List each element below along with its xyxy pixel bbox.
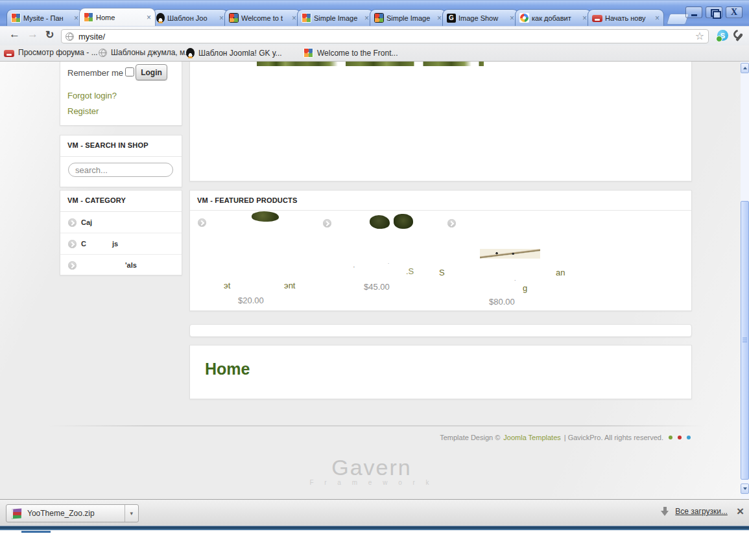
browser-tab[interactable]: Image Show × — [442, 9, 519, 26]
forgot-login-link[interactable]: Forgot login? — [67, 91, 117, 100]
product-name-fragment: S — [439, 268, 445, 277]
bookmark-item[interactable]: Шаблоны джумла, м... — [99, 48, 191, 57]
product-name-fragment: g — [523, 283, 527, 293]
circle-arrow-icon — [68, 240, 77, 248]
bookmark-label: Шаблоны джумла, м... — [111, 48, 191, 57]
browser-tab[interactable]: Welcome to t × — [224, 9, 301, 26]
product-image[interactable] — [394, 214, 413, 229]
scrollbar-grip — [743, 338, 747, 343]
register-link[interactable]: Register — [67, 106, 99, 116]
bookmark-item[interactable]: Welcome to the Front... — [303, 48, 398, 58]
tab-label: Image Show — [458, 14, 507, 22]
remember-me-checkbox[interactable] — [125, 67, 134, 76]
back-button[interactable]: ← — [9, 28, 20, 41]
shop-search-input[interactable] — [68, 163, 173, 177]
tab-close-icon[interactable]: × — [510, 15, 514, 21]
tab-close-icon[interactable]: × — [147, 14, 151, 21]
window-controls: X — [685, 6, 743, 18]
address-bar[interactable]: ☆ — [61, 29, 709, 43]
all-downloads-link[interactable]: Все загрузки... — [675, 507, 728, 516]
tab-close-icon[interactable]: × — [364, 15, 369, 21]
product-image[interactable] — [252, 211, 279, 222]
circle-arrow-icon[interactable] — [198, 218, 206, 227]
login-module: Remember me Login Forgot login? Register — [60, 62, 182, 126]
scroll-up-button[interactable] — [741, 63, 749, 73]
tab-close-icon[interactable]: × — [582, 15, 587, 21]
scrollbar-thumb[interactable] — [741, 201, 749, 480]
green-dot-icon — [669, 436, 672, 439]
joomla-templates-link[interactable]: Joomla Templates — [503, 434, 560, 441]
globe-icon — [65, 32, 74, 41]
download-shelf-actions: Все загрузки... × — [661, 506, 744, 517]
globe-icon — [99, 49, 107, 57]
arrow-down-icon — [743, 487, 747, 490]
tab-label: Mysite - Пан — [23, 14, 71, 22]
joomla-dark-icon — [229, 13, 239, 23]
desktop-artifact — [21, 531, 51, 533]
restore-button[interactable] — [706, 6, 722, 18]
tab-close-icon[interactable]: × — [292, 15, 296, 21]
browser-tab[interactable]: как добавит × — [515, 9, 591, 26]
bookmark-star-icon[interactable]: ☆ — [695, 31, 704, 41]
browser-window: Mysite - Пан × Home × Шаблон Joo × Welco… — [0, 0, 749, 560]
footer-divider — [49, 425, 704, 426]
scroll-down-button[interactable] — [741, 484, 749, 494]
browser-tab[interactable]: Шаблон Joo × — [152, 9, 228, 26]
tab-label: Welcome to t — [241, 14, 289, 22]
divider — [60, 156, 182, 157]
reload-button[interactable]: ↻ — [45, 29, 54, 41]
circle-arrow-icon[interactable] — [447, 219, 456, 228]
forward-button[interactable]: → — [27, 28, 38, 41]
bookmark-label: Шаблон Joomla! GK у... — [198, 49, 282, 58]
product-name-fragment: . — [514, 275, 516, 282]
download-menu-caret[interactable]: ▾ — [125, 505, 133, 522]
gavern-logo-subtext: F r a m e w o r k — [300, 479, 443, 486]
browser-tab[interactable]: Начать нову × — [588, 9, 664, 26]
bookmark-label: Welcome to the Front... — [317, 49, 398, 58]
category-label: C — [81, 240, 86, 248]
category-item[interactable]: 'als — [60, 255, 182, 276]
category-module: VM - CATEGORY Caj C js 'als — [60, 190, 182, 275]
download-file-name: YooTheme_Zoo.zip — [27, 509, 119, 518]
close-button[interactable]: X — [726, 6, 743, 18]
wrench-menu-icon[interactable] — [733, 30, 744, 41]
tab-close-icon[interactable]: × — [219, 15, 224, 21]
vertical-scrollbar[interactable] — [741, 62, 749, 499]
tab-close-icon[interactable]: × — [74, 15, 78, 21]
forum-red-icon — [592, 15, 602, 22]
tab-label: Simple Image — [386, 14, 434, 22]
bookmark-item[interactable]: Шаблон Joomla! GK у... — [186, 48, 282, 58]
browser-tab[interactable]: Mysite - Пан × — [6, 9, 83, 26]
title-bar: Mysite - Пан × Home × Шаблон Joo × Welco… — [0, 0, 749, 26]
empty-module-bar — [189, 324, 692, 337]
product-name-fragment: эnt — [284, 281, 295, 290]
module-title: VM - SEARCH IN SHOP — [67, 141, 149, 149]
bookmark-item[interactable]: Просмотр форума - ... — [4, 48, 98, 57]
product-image[interactable] — [480, 249, 540, 259]
login-button[interactable]: Login — [136, 64, 167, 80]
browser-tab[interactable]: Simple Image × — [297, 9, 374, 26]
product-image[interactable] — [370, 215, 390, 229]
home-article-box: Home — [189, 345, 692, 399]
shelf-close-icon[interactable]: × — [737, 506, 744, 517]
minimize-button[interactable] — [685, 6, 702, 18]
tab-close-icon[interactable]: × — [655, 15, 660, 21]
blue-dot-icon — [687, 436, 691, 439]
featured-products-content: эt эnt $20.00 ' ˙ .S $45.00 S an . g $80… — [190, 211, 691, 310]
skype-icon[interactable]: S — [717, 30, 728, 41]
browser-tab-active[interactable]: Home × — [79, 8, 156, 26]
category-item[interactable]: Caj — [60, 212, 182, 233]
category-item[interactable]: C js — [60, 233, 182, 255]
gavern-framework-logo: Gavern F r a m e w o r k — [300, 455, 443, 486]
download-item-button[interactable]: YooTheme_Zoo.zip ▾ — [6, 504, 139, 522]
address-input[interactable] — [78, 32, 695, 41]
tab-close-icon[interactable]: × — [437, 15, 442, 21]
window-frame-bottom — [0, 526, 749, 530]
google-icon — [519, 13, 529, 23]
forum-red-icon — [4, 50, 14, 57]
circle-arrow-icon[interactable] — [323, 219, 331, 228]
footer-copyright: Template Design © Joomla Templates | Gav… — [440, 434, 691, 441]
browser-tab[interactable]: Simple Image × — [370, 9, 446, 26]
red-dot-icon — [678, 436, 682, 439]
joomla-dark-icon — [374, 13, 384, 23]
